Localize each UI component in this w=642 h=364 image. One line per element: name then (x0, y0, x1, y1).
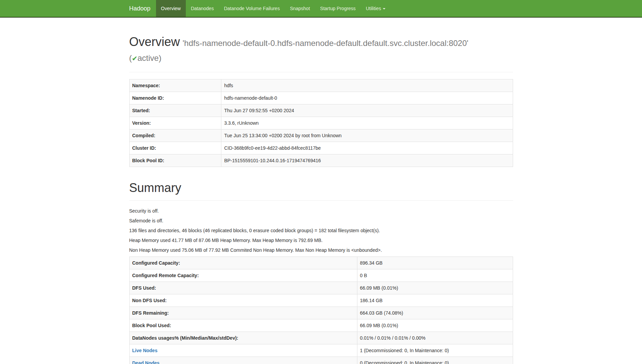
nav-item-startup-progress: Startup Progress (315, 0, 361, 17)
dead-nodes-link[interactable]: Dead Nodes (132, 360, 160, 364)
row-label: DataNodes usages% (Min/Median/Max/stdDev… (129, 332, 357, 344)
row-value: 0 (Decommissioned: 0, In Maintenance: 0) (357, 357, 513, 364)
row-label: Dead Nodes (129, 357, 357, 364)
table-row-compiled: Compiled:Tue Jun 25 13:34:00 +0200 2024 … (129, 129, 513, 142)
status-label: active (137, 53, 159, 63)
summary-table: Configured Capacity:896.34 GBConfigured … (129, 257, 513, 364)
nav-item-overview: Overview (156, 0, 186, 17)
table-row-block-pool-used: Block Pool Used:66.09 MB (0.01%) (129, 319, 513, 332)
nav-link-snapshot[interactable]: Snapshot (285, 0, 315, 17)
row-label: Cluster ID: (129, 142, 221, 154)
row-label: DFS Remaining: (129, 307, 357, 319)
table-row-namespace: Namespace:hdfs (129, 79, 513, 92)
page-title: Overview'hdfs-namenode-default-0.hdfs-na… (129, 35, 513, 63)
namenode-host: 'hdfs-namenode-default-0.hdfs-namenode-d… (183, 39, 468, 48)
nav-link-utilities[interactable]: Utilities (361, 0, 391, 17)
status-open-paren: ( (129, 53, 132, 63)
row-value: 896.34 GB (357, 257, 513, 269)
table-row-datanodes-usages-min-median-max-stddev: DataNodes usages% (Min/Median/Max/stdDev… (129, 332, 513, 344)
brand-hadoop[interactable]: Hadoop (129, 0, 156, 17)
table-row-cluster-id: Cluster ID:CID-368b9fc0-ee19-4d22-abbd-8… (129, 142, 513, 154)
row-value: BP-1515559101-10.244.0.16-1719474769416 (221, 154, 513, 167)
row-value: 66.09 MB (0.01%) (357, 282, 513, 294)
table-row-dfs-remaining: DFS Remaining:664.03 GB (74.08%) (129, 307, 513, 319)
navbar: Hadoop OverviewDatanodesDatanode Volume … (0, 0, 642, 18)
cluster-info-table: Namespace:hdfsNamenode ID:hdfs-namenode-… (129, 79, 513, 167)
table-row-started: Started:Thu Jun 27 09:52:55 +0200 2024 (129, 104, 513, 117)
row-label: Block Pool ID: (129, 154, 221, 167)
namenode-status: (✔active) (129, 53, 513, 63)
row-label: Version: (129, 117, 221, 129)
table-row-live-nodes: Live Nodes1 (Decommissioned: 0, In Maint… (129, 344, 513, 357)
row-value: CID-368b9fc0-ee19-4d22-abbd-84fcec8117be (221, 142, 513, 154)
summary-text: 136 files and directories, 46 blocks (46… (129, 227, 513, 234)
row-value: 0 B (357, 269, 513, 282)
navbar-container: Hadoop OverviewDatanodesDatanode Volume … (124, 0, 518, 17)
nav-link-startup-progress[interactable]: Startup Progress (315, 0, 361, 17)
row-label: Namenode ID: (129, 92, 221, 104)
summary-text: Non Heap Memory used 75.06 MB of 77.92 M… (129, 247, 513, 253)
nav-item-utilities: Utilities (361, 0, 391, 17)
table-row-non-dfs-used: Non DFS Used:186.14 GB (129, 294, 513, 307)
nav-link-datanode-volume-failures[interactable]: Datanode Volume Failures (219, 0, 285, 17)
table-row-block-pool-id: Block Pool ID:BP-1515559101-10.244.0.16-… (129, 154, 513, 167)
row-label: Non DFS Used: (129, 294, 357, 307)
row-label: Configured Capacity: (129, 257, 357, 269)
row-label: Namespace: (129, 79, 221, 92)
row-value: 66.09 MB (0.01%) (357, 319, 513, 332)
row-value: 1 (Decommissioned: 0, In Maintenance: 0) (357, 344, 513, 357)
row-value: 3.3.6, rUnknown (221, 117, 513, 129)
navbar-menu: OverviewDatanodesDatanode Volume Failure… (156, 0, 391, 17)
table-row-version: Version:3.3.6, rUnknown (129, 117, 513, 129)
nav-link-datanodes[interactable]: Datanodes (186, 0, 219, 17)
table-row-configured-capacity: Configured Capacity:896.34 GB (129, 257, 513, 269)
table-row-dead-nodes: Dead Nodes0 (Decommissioned: 0, In Maint… (129, 357, 513, 364)
row-label: Block Pool Used: (129, 319, 357, 332)
row-value: hdfs-namenode-default-0 (221, 92, 513, 104)
row-value: 664.03 GB (74.08%) (357, 307, 513, 319)
summary-text: Heap Memory used 41.77 MB of 87.06 MB He… (129, 237, 513, 244)
table-row-dfs-used: DFS Used:66.09 MB (0.01%) (129, 282, 513, 294)
nav-item-datanodes: Datanodes (186, 0, 219, 17)
summary-page-header: Summary (129, 181, 513, 201)
nav-item-snapshot: Snapshot (285, 0, 315, 17)
nav-link-overview[interactable]: Overview (156, 0, 186, 17)
summary-text: Safemode is off. (129, 217, 513, 224)
row-value: 186.14 GB (357, 294, 513, 307)
summary-text: Security is off. (129, 208, 513, 214)
live-nodes-link[interactable]: Live Nodes (132, 348, 158, 353)
row-value: Tue Jun 25 13:34:00 +0200 2024 by root f… (221, 129, 513, 142)
page-title-text: Overview (129, 35, 180, 49)
nav-item-datanode-volume-failures: Datanode Volume Failures (219, 0, 285, 17)
main-content: Overview'hdfs-namenode-default-0.hdfs-na… (124, 35, 518, 364)
row-label: Compiled: (129, 129, 221, 142)
row-value: Thu Jun 27 09:52:55 +0200 2024 (221, 104, 513, 117)
table-row-configured-remote-capacity: Configured Remote Capacity:0 B (129, 269, 513, 282)
row-label: Configured Remote Capacity: (129, 269, 357, 282)
summary-paragraphs: Security is off.Safemode is off.136 file… (129, 208, 513, 253)
chevron-down-icon (383, 8, 385, 9)
table-row-namenode-id: Namenode ID:hdfs-namenode-default-0 (129, 92, 513, 104)
row-value: 0.01% / 0.01% / 0.01% / 0.00% (357, 332, 513, 344)
summary-title: Summary (129, 181, 513, 195)
row-label: Started: (129, 104, 221, 117)
row-label: Live Nodes (129, 344, 357, 357)
overview-page-header: Overview'hdfs-namenode-default-0.hdfs-na… (129, 35, 513, 72)
status-close-paren: ) (159, 53, 161, 63)
row-value: hdfs (221, 79, 513, 92)
active-check-icon: ✔ (132, 55, 138, 62)
row-label: DFS Used: (129, 282, 357, 294)
